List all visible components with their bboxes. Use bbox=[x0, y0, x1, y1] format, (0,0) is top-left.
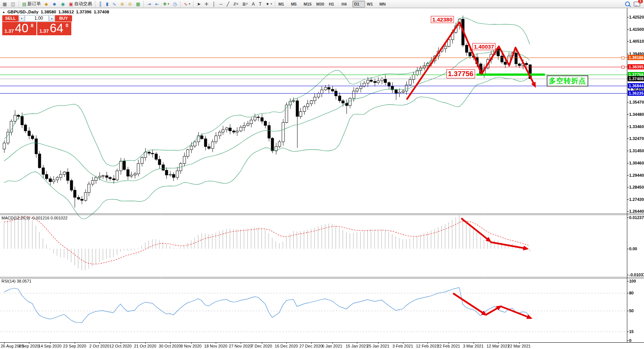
date-axis-label: 6 Jan 2021 bbox=[322, 344, 342, 348]
timeframe-button-m15[interactable]: M15 bbox=[302, 1, 315, 7]
turn-point-label[interactable]: 多空转折点 bbox=[547, 75, 588, 87]
symbol-period-label: GBPUSD-,Daily bbox=[7, 10, 39, 14]
timeframe-button-m30[interactable]: M30 bbox=[315, 1, 327, 7]
chart-shift-icon: ⇤ bbox=[155, 2, 159, 6]
toolbar-button-period-clock[interactable]: ◷ bbox=[172, 0, 179, 8]
toolbar-button-trendline[interactable]: ╱ bbox=[225, 0, 231, 8]
chevron-down-icon: ▾ bbox=[270, 2, 272, 6]
toolbar-button-vertical-line[interactable]: │ bbox=[211, 0, 217, 8]
price-tag-annotation[interactable]: 1.37756 bbox=[446, 69, 475, 78]
buy-button[interactable]: BUY bbox=[55, 15, 72, 22]
toolbar-button-arrows[interactable]: ✦▾ bbox=[264, 0, 273, 8]
date-axis-label: 7 Dec 2020 bbox=[251, 344, 272, 348]
date-axis-label: 3 Mar 2021 bbox=[463, 344, 484, 348]
price-axis-tick: 1.33460 bbox=[629, 124, 644, 129]
toolbar-button-signals[interactable]: ◉ bbox=[59, 0, 66, 8]
collapse-triangle-icon[interactable]: ▲ bbox=[2, 10, 5, 14]
price-axis-tick: 1.35470 bbox=[629, 100, 644, 104]
price-tag-annotation[interactable]: 1.40037 bbox=[472, 43, 495, 50]
toolbar-button-crosshair[interactable]: ✛ bbox=[203, 0, 210, 8]
timeframe-button-d1[interactable]: D1 bbox=[352, 1, 365, 7]
timeframe-button-h4[interactable]: H4 bbox=[340, 1, 352, 7]
toolbar-button-candle-chart[interactable]: ▮ bbox=[104, 0, 110, 8]
rsi-axis-tick: 50 bbox=[629, 309, 634, 313]
price-axis-tick: 1.27430 bbox=[629, 197, 644, 202]
toolbar-button-zoom-in[interactable]: ⊕ bbox=[119, 0, 126, 8]
volume-decrease-button[interactable]: ▼ bbox=[19, 15, 25, 22]
timeframe-button-m5[interactable]: M5 bbox=[289, 1, 302, 7]
sell-button[interactable]: SELL bbox=[2, 15, 19, 22]
price-axis-tick: 1.26440 bbox=[629, 209, 644, 213]
price-axis-tick: 1.40510 bbox=[629, 39, 644, 43]
toolbar-button-market[interactable]: ☻ bbox=[51, 0, 59, 8]
toolbar-button-text-label[interactable]: T bbox=[257, 0, 263, 8]
toolbar-button-add-indicator[interactable]: ✚▾ bbox=[162, 0, 171, 8]
price-axis-tick: 1.30460 bbox=[629, 161, 644, 165]
timeframe-button-m1[interactable]: M1 bbox=[277, 1, 289, 7]
toolbar: ▦◫▤新订单◆☻◉▣自动交易║▮∿⊕⊖▦⇥⇤✚▾◷∿▾➤✛│─╱⫻E≣FAT✦▾… bbox=[0, 0, 644, 8]
toolbar-separator bbox=[19, 1, 19, 7]
zoom-out-icon: ⊖ bbox=[128, 2, 132, 6]
chevron-down-icon: ▾ bbox=[189, 2, 190, 6]
notifications-button[interactable]: 1 bbox=[634, 1, 640, 7]
date-axis-label: 22 Feb 2021 bbox=[437, 344, 460, 348]
styler-icon: ◆ bbox=[45, 2, 48, 6]
auto-scroll-icon: ⇥ bbox=[147, 2, 151, 6]
volume-increase-button[interactable]: ▲ bbox=[49, 15, 55, 22]
price-chart-canvas[interactable] bbox=[0, 0, 644, 349]
toolbar-button-new-chart[interactable]: ▦ bbox=[1, 0, 9, 8]
buy-price[interactable]: 1.37 64 0 bbox=[37, 22, 71, 35]
zoom-in-icon: ⊕ bbox=[120, 2, 124, 6]
toolbar-button-chart-shift[interactable]: ⇤ bbox=[153, 0, 160, 8]
toolbar-button-cursor[interactable]: ➤ bbox=[195, 0, 202, 8]
text-icon: A bbox=[252, 2, 255, 6]
macd-axis-tick: -0.010374 bbox=[629, 273, 644, 277]
price-axis-tick: 1.34480 bbox=[629, 112, 644, 117]
timeframe-button-mn[interactable]: MN bbox=[378, 1, 390, 7]
price-axis-tick: 1.42520 bbox=[629, 15, 644, 19]
toolbar-button-new-order[interactable]: ▤新订单 bbox=[21, 0, 42, 8]
chevron-down-icon: ▾ bbox=[168, 2, 169, 6]
toolbar-button-auto-scroll[interactable]: ⇥ bbox=[146, 0, 153, 8]
toolbar-button-horizontal-line[interactable]: ─ bbox=[218, 0, 225, 8]
date-axis-label: 14 Sep 2020 bbox=[38, 344, 61, 348]
toolbar-button-indicators-list[interactable]: ∿▾ bbox=[182, 0, 192, 8]
toolbar-button-zoom-out[interactable]: ⊖ bbox=[127, 0, 134, 8]
add-indicator-icon: ✚ bbox=[163, 2, 167, 6]
search-icon[interactable] bbox=[625, 1, 630, 6]
price-level-label: 1.39186 bbox=[628, 55, 644, 60]
toolbar-button-fibonacci[interactable]: ≣F bbox=[241, 0, 250, 8]
ohlc-open: 1.38580 bbox=[41, 10, 56, 14]
price-level-label: 1.37408 bbox=[628, 76, 644, 81]
tile-windows-icon: ▦ bbox=[136, 2, 140, 6]
toolbar-button-bar-chart[interactable]: ║ bbox=[97, 0, 104, 8]
text-label-icon: T bbox=[259, 2, 261, 6]
toolbar-button-styler[interactable]: ◆ bbox=[43, 0, 50, 8]
timeframe-button-h1[interactable]: H1 bbox=[327, 1, 340, 7]
rsi-axis-tick: 80 bbox=[629, 291, 634, 295]
toolbar-button-tile-windows[interactable]: ▦ bbox=[134, 0, 142, 8]
price-tag-annotation[interactable]: 1.42380 bbox=[431, 16, 454, 23]
sell-price[interactable]: 1.37 40 8 bbox=[2, 22, 36, 35]
price-axis-tick: 1.32470 bbox=[629, 136, 644, 141]
new-chart-icon: ▦ bbox=[3, 2, 7, 6]
toolbar-button-equidistant-channel[interactable]: ⫻E bbox=[232, 0, 240, 8]
chart-title: ▲ GBPUSD-,Daily 1.38580 1.38612 1.37396 … bbox=[2, 10, 109, 14]
toolbar-button-text[interactable]: A bbox=[250, 0, 257, 8]
rsi-axis-tick: 100 bbox=[629, 279, 636, 283]
sell-price-base: 1.37 bbox=[4, 28, 14, 34]
toolbar-button-autotrade[interactable]: ▣自动交易 bbox=[67, 0, 93, 8]
buy-price-base: 1.37 bbox=[39, 28, 49, 34]
volume-input[interactable]: 1.00 bbox=[25, 15, 49, 22]
autotrade-label: 自动交易 bbox=[74, 1, 92, 7]
new-order-label: 新订单 bbox=[27, 1, 41, 7]
date-axis-label: 4 Sep 2020 bbox=[18, 344, 39, 348]
price-axis-tick: 1.41500 bbox=[629, 27, 644, 32]
price-level-label: 1.36844 bbox=[628, 83, 644, 88]
macd-axis-tick: 0.012372 bbox=[629, 215, 644, 220]
toolbar-button-profiles[interactable]: ◫ bbox=[9, 0, 17, 8]
toolbar-button-line-chart[interactable]: ∿ bbox=[111, 0, 118, 8]
timeframe-button-w1[interactable]: W1 bbox=[365, 1, 378, 7]
toolbar-separator bbox=[193, 1, 194, 7]
toolbar-right: 1 bbox=[625, 1, 643, 7]
